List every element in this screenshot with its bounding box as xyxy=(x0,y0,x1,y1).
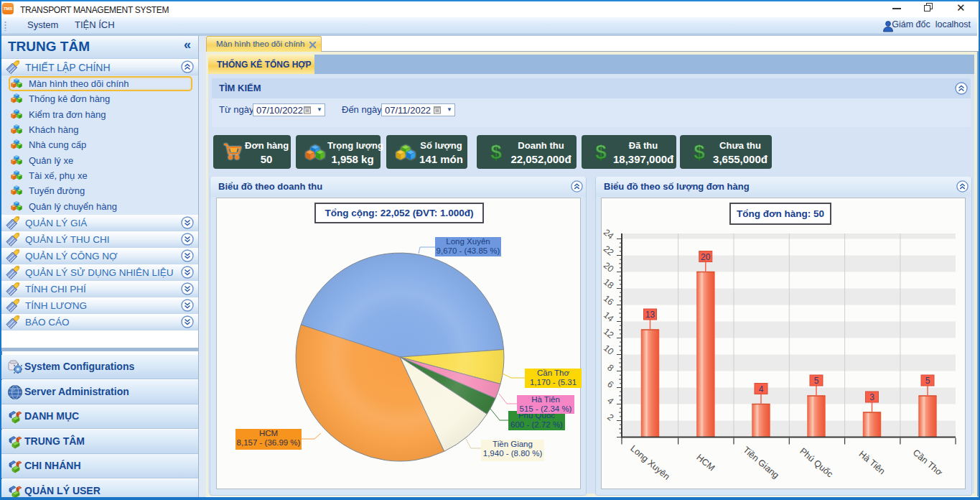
svg-text:20: 20 xyxy=(602,260,616,274)
svg-text:Hà Tiên: Hà Tiên xyxy=(857,449,887,476)
svg-text:22: 22 xyxy=(602,244,616,258)
svg-text:$: $ xyxy=(694,142,705,163)
svg-text:20: 20 xyxy=(701,252,711,262)
svg-text:Tiền Giang: Tiền Giang xyxy=(741,445,781,481)
svg-text:8: 8 xyxy=(605,363,615,374)
svg-text:5: 5 xyxy=(925,376,930,386)
svg-text:4: 4 xyxy=(605,396,615,407)
svg-text:10: 10 xyxy=(602,343,616,357)
svg-text:16: 16 xyxy=(602,293,616,307)
svg-text:3: 3 xyxy=(869,392,874,402)
svg-text:2: 2 xyxy=(605,412,615,423)
svg-text:24: 24 xyxy=(602,227,616,241)
svg-text:18: 18 xyxy=(602,277,616,291)
svg-text:6: 6 xyxy=(605,379,615,390)
svg-text:Long Xuyên: Long Xuyên xyxy=(628,443,671,482)
svg-text:$: $ xyxy=(595,142,607,163)
svg-text:4: 4 xyxy=(759,384,764,394)
svg-text:12: 12 xyxy=(602,326,616,341)
svg-text:$: $ xyxy=(490,142,502,163)
svg-text:Phú Quốc: Phú Quốc xyxy=(798,446,835,479)
svg-text:13: 13 xyxy=(645,310,655,320)
svg-text:14: 14 xyxy=(602,310,616,324)
svg-text:5: 5 xyxy=(814,376,819,386)
svg-text:HCM: HCM xyxy=(694,452,717,473)
svg-text:Cần Thơ: Cần Thơ xyxy=(911,448,945,478)
